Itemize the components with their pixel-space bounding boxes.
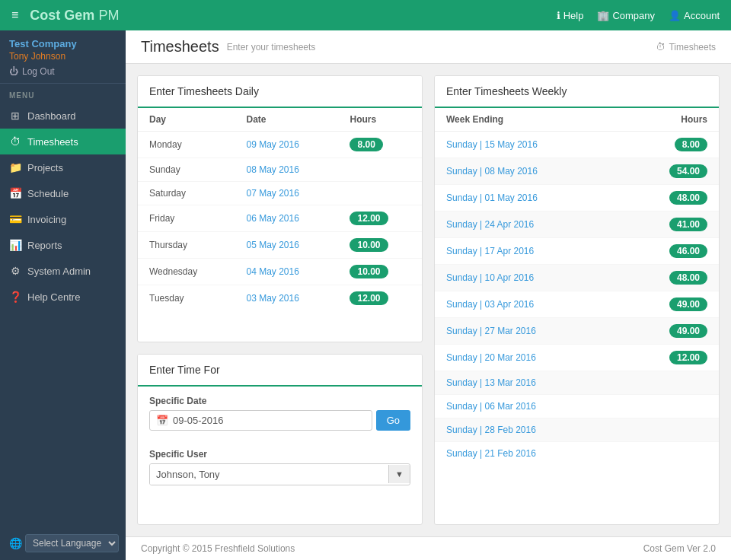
week-cell[interactable]: Sunday | 27 Mar 2016	[435, 318, 620, 345]
table-row: Sunday | 15 May 2016 8.00	[435, 132, 719, 158]
specific-date-label: Specific Date	[149, 396, 410, 406]
menu-icon[interactable]: ≡	[11, 8, 18, 22]
brand-suffix: PM	[94, 8, 119, 23]
table-row: Tuesday 03 May 2016 12.00	[138, 285, 422, 312]
language-select[interactable]: Select Language	[25, 534, 119, 552]
footer-copyright: Copyright © 2015 Freshfield Solutions	[141, 543, 295, 554]
sidebar-company: Test Company Tony Johnson ⏻ Log Out	[0, 30, 126, 84]
col-weekly-hours: Hours	[620, 108, 719, 132]
week-cell[interactable]: Sunday | 10 Apr 2016	[435, 265, 620, 291]
date-cell[interactable]: 08 May 2016	[235, 158, 338, 182]
week-cell[interactable]: Sunday | 15 May 2016	[435, 132, 620, 158]
col-date: Date	[235, 108, 338, 132]
specific-user-group: Specific User Johnson, Tony ▼	[138, 440, 422, 495]
date-cell[interactable]: 07 May 2016	[235, 182, 338, 205]
sidebar-item-schedule[interactable]: 📅 Schedule	[0, 180, 126, 206]
invoicing-icon: 💳	[9, 213, 21, 225]
sidebar-item-timesheets[interactable]: ⏱ Timesheets	[0, 129, 126, 154]
enter-time-header: Enter Time For	[138, 355, 422, 387]
table-row: Sunday | 06 Mar 2016	[435, 395, 719, 418]
hours-badge: 8.00	[350, 138, 382, 151]
week-cell[interactable]: Sunday | 03 Apr 2016	[435, 291, 620, 318]
table-row: Friday 06 May 2016 12.00	[138, 205, 422, 232]
sidebar-item-dashboard[interactable]: ⊞ Dashboard	[0, 103, 126, 129]
sidebar-item-projects[interactable]: 📁 Projects	[0, 154, 126, 180]
hours-badge: 54.00	[669, 164, 707, 178]
account-icon: 👤	[669, 10, 681, 21]
week-cell[interactable]: Sunday | 17 Apr 2016	[435, 238, 620, 265]
table-row: Sunday | 20 Mar 2016 12.00	[435, 345, 719, 371]
hours-badge: 10.00	[350, 238, 388, 252]
week-cell[interactable]: Sunday | 06 Mar 2016	[435, 395, 620, 418]
content-grid: Enter Timesheets Daily Day Date Hours Mo…	[126, 64, 731, 536]
schedule-icon: 📅	[9, 187, 21, 199]
enter-time-card: Enter Time For Specific Date 📅 Go	[137, 354, 423, 526]
week-cell[interactable]: Sunday | 08 May 2016	[435, 158, 620, 185]
footer: Copyright © 2015 Freshfield Solutions Co…	[126, 536, 731, 560]
user-select-wrapper: Johnson, Tony ▼	[149, 463, 410, 485]
company-link[interactable]: 🏢 Company	[597, 10, 655, 21]
sidebar-item-invoicing[interactable]: 💳 Invoicing	[0, 206, 126, 232]
sidebar: Test Company Tony Johnson ⏻ Log Out MENU…	[0, 30, 126, 560]
day-cell: Saturday	[138, 182, 235, 205]
specific-user-label: Specific User	[149, 449, 410, 460]
week-cell[interactable]: Sunday | 20 Mar 2016	[435, 345, 620, 371]
sidebar-item-reports[interactable]: 📊 Reports	[0, 232, 126, 258]
date-cell[interactable]: 05 May 2016	[235, 232, 338, 259]
account-link[interactable]: 👤 Account	[669, 10, 720, 21]
week-cell[interactable]: Sunday | 01 May 2016	[435, 185, 620, 212]
day-cell: Monday	[138, 132, 235, 158]
week-cell[interactable]: Sunday | 13 Mar 2016	[435, 371, 620, 395]
hours-cell: 10.00	[338, 232, 422, 259]
date-input-wrapper: 📅	[149, 410, 372, 431]
table-row: Sunday | 13 Mar 2016	[435, 371, 719, 395]
menu-label: MENU	[0, 84, 126, 103]
sidebar-item-label: Timesheets	[27, 136, 78, 148]
page-header: Timesheets Enter your timesheets ⏱ Times…	[126, 30, 731, 64]
hours-badge: 12.00	[669, 351, 707, 364]
daily-table: Day Date Hours Monday 09 May 2016 8.00 S…	[138, 108, 422, 311]
navbar-right: ℹ Help 🏢 Company 👤 Account	[557, 10, 720, 21]
hours-badge: 8.00	[675, 138, 707, 151]
day-cell: Tuesday	[138, 285, 235, 312]
hours-cell: 12.00	[338, 205, 422, 232]
table-row: Sunday | 27 Mar 2016 49.00	[435, 318, 719, 345]
navbar: ≡ Cost Gem PM ℹ Help 🏢 Company 👤 Account	[0, 0, 731, 30]
date-cell[interactable]: 06 May 2016	[235, 205, 338, 232]
weekly-hours-cell	[620, 442, 719, 466]
weekly-hours-cell: 54.00	[620, 158, 719, 185]
date-input[interactable]	[173, 415, 366, 426]
sidebar-item-label: Help Centre	[27, 291, 80, 303]
sidebar-item-label: System Admin	[27, 266, 91, 277]
logout-button[interactable]: ⏻ Log Out	[9, 66, 117, 77]
table-row: Sunday | 17 Apr 2016 46.00	[435, 238, 719, 265]
dashboard-icon: ⊞	[9, 110, 21, 122]
week-cell[interactable]: Sunday | 28 Feb 2016	[435, 418, 620, 442]
col-day: Day	[138, 108, 235, 132]
weekly-hours-cell: 41.00	[620, 212, 719, 238]
date-cell[interactable]: 03 May 2016	[235, 285, 338, 312]
brand-text: Cost Gem	[30, 8, 94, 23]
page-title-area: Timesheets Enter your timesheets	[141, 38, 315, 56]
col-week-ending: Week Ending	[435, 108, 620, 132]
table-row: Wednesday 04 May 2016 10.00	[138, 259, 422, 285]
breadcrumb: ⏱ Timesheets	[656, 41, 716, 52]
sidebar-item-help-centre[interactable]: ❓ Help Centre	[0, 284, 126, 310]
table-row: Sunday | 10 Apr 2016 48.00	[435, 265, 719, 291]
table-row: Monday 09 May 2016 8.00	[138, 132, 422, 158]
help-link[interactable]: ℹ Help	[557, 10, 584, 21]
go-button[interactable]: Go	[376, 410, 410, 431]
hours-badge: 48.00	[669, 271, 707, 285]
brand: Cost Gem PM	[30, 8, 556, 24]
main-content: Timesheets Enter your timesheets ⏱ Times…	[126, 30, 731, 560]
weekly-hours-cell: 12.00	[620, 345, 719, 371]
table-row: Sunday 08 May 2016	[138, 158, 422, 182]
user-select[interactable]: Johnson, Tony	[150, 464, 388, 485]
date-cell[interactable]: 04 May 2016	[235, 259, 338, 285]
hours-cell	[338, 158, 422, 182]
sidebar-item-system-admin[interactable]: ⚙ System Admin	[0, 258, 126, 284]
weekly-hours-cell	[620, 418, 719, 442]
week-cell[interactable]: Sunday | 24 Apr 2016	[435, 212, 620, 238]
week-cell[interactable]: Sunday | 21 Feb 2016	[435, 442, 620, 466]
date-cell[interactable]: 09 May 2016	[235, 132, 338, 158]
